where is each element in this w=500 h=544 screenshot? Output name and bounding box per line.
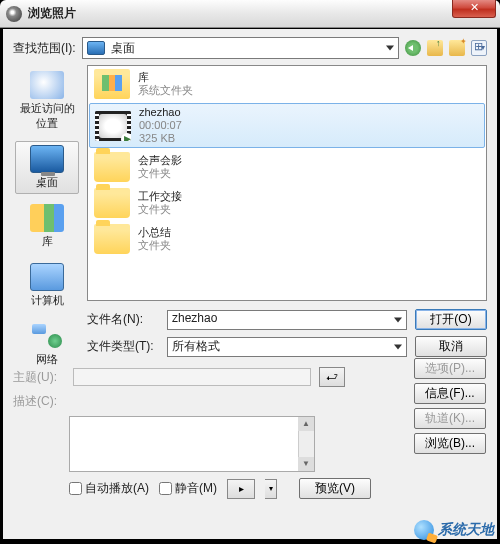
scroll-down-icon[interactable]: ▼: [298, 457, 314, 471]
folder-icon: [94, 188, 130, 218]
open-button[interactable]: 打开(O): [415, 309, 487, 330]
return-button[interactable]: ⮐: [319, 367, 345, 387]
app-icon: [6, 6, 22, 22]
preview-button[interactable]: 预览(V): [299, 478, 371, 499]
network-icon: [30, 322, 64, 350]
lookin-dropdown[interactable]: 桌面: [82, 37, 399, 59]
place-desktop[interactable]: 桌面: [15, 141, 79, 194]
watermark: 系统天地: [414, 520, 494, 540]
desktop-icon: [87, 41, 105, 55]
place-recent[interactable]: 最近访问的位置: [15, 67, 79, 135]
play-button[interactable]: [227, 479, 255, 499]
cancel-button[interactable]: 取消: [415, 336, 487, 357]
libraries-icon: [30, 204, 64, 232]
subject-input[interactable]: [73, 368, 311, 386]
subject-label: 主题(U):: [13, 369, 65, 386]
new-folder-icon[interactable]: [449, 40, 465, 56]
filename-input[interactable]: zhezhao: [167, 310, 407, 330]
folder-icon: [94, 152, 130, 182]
place-computer[interactable]: 计算机: [15, 259, 79, 312]
filetype-dropdown[interactable]: 所有格式: [167, 337, 407, 357]
globe-icon: [414, 520, 434, 540]
recent-icon: [30, 71, 64, 99]
views-dropdown-icon[interactable]: [471, 40, 487, 56]
mute-checkbox[interactable]: 静音(M): [159, 480, 217, 497]
list-item[interactable]: 小总结 文件夹: [88, 221, 486, 257]
file-list[interactable]: 库 系统文件夹 zhezhao 00:00:07 325 KB 会声会影: [87, 65, 487, 301]
options-button[interactable]: 选项(P)...: [414, 358, 486, 379]
filetype-label: 文件类型(T):: [87, 338, 159, 355]
desc-label: 描述(C):: [13, 393, 65, 410]
titlebar: 浏览照片 ✕: [0, 0, 500, 28]
list-item[interactable]: zhezhao 00:00:07 325 KB: [89, 103, 485, 148]
place-libraries[interactable]: 库: [15, 200, 79, 253]
library-folder-icon: [94, 69, 130, 99]
lookin-label: 查找范围(I):: [13, 40, 76, 57]
track-button[interactable]: 轨道(K)...: [414, 408, 486, 429]
lookin-value: 桌面: [111, 40, 135, 57]
chevron-down-icon: [394, 344, 402, 349]
filename-label: 文件名(N):: [87, 311, 159, 328]
list-item[interactable]: 库 系统文件夹: [88, 66, 486, 102]
video-file-icon: [95, 111, 131, 141]
desktop-place-icon: [30, 145, 64, 173]
place-network[interactable]: 网络: [15, 318, 79, 371]
play-dropdown[interactable]: ▾: [265, 479, 277, 499]
list-item[interactable]: 会声会影 文件夹: [88, 149, 486, 185]
close-button[interactable]: ✕: [452, 0, 496, 18]
info-button[interactable]: 信息(F)...: [414, 383, 486, 404]
scroll-up-icon[interactable]: ▲: [298, 417, 314, 431]
places-bar: 最近访问的位置 桌面 库 计算机 网络: [13, 65, 81, 301]
up-folder-icon[interactable]: [427, 40, 443, 56]
description-box[interactable]: ▲ ▼: [69, 416, 315, 472]
computer-icon: [30, 263, 64, 291]
list-item[interactable]: 工作交接 文件夹: [88, 185, 486, 221]
folder-icon: [94, 224, 130, 254]
chevron-down-icon: [394, 317, 402, 322]
autoplay-checkbox[interactable]: 自动播放(A): [69, 480, 149, 497]
back-icon[interactable]: [405, 40, 421, 56]
chevron-down-icon: [386, 46, 394, 51]
window-title: 浏览照片: [28, 5, 76, 22]
browse-button[interactable]: 浏览(B)...: [414, 433, 486, 454]
